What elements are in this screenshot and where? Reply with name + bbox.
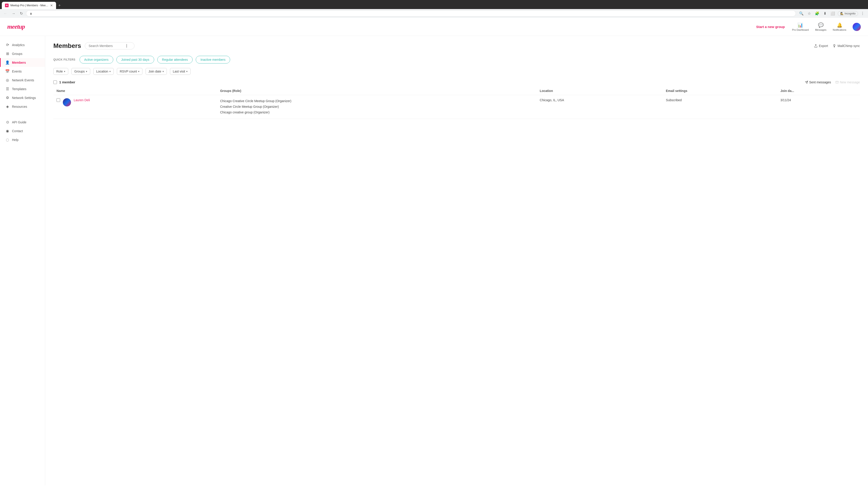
member-checkbox[interactable]	[57, 98, 60, 102]
send-icon	[805, 80, 808, 84]
network-events-icon: ◎	[5, 78, 10, 82]
member-count: 1 member	[53, 80, 805, 84]
tab-title: Meetup Pro | Members - Meetu...	[10, 4, 49, 7]
export-button[interactable]: Export	[814, 44, 828, 48]
new-message-button[interactable]: New message	[835, 80, 860, 84]
col-filter-location-label: Location	[96, 70, 108, 73]
col-filter-last-visit-label: Last visit	[173, 70, 185, 73]
col-filter-role-arrow: ▾	[64, 70, 65, 73]
extensions-button[interactable]: 🧩	[813, 10, 821, 17]
reload-button[interactable]: ↻	[19, 10, 24, 17]
sidebar-item-help-label: Help	[12, 138, 19, 142]
col-filter-role[interactable]: Role ▾	[53, 68, 68, 75]
events-icon: 📅	[5, 69, 10, 73]
bookmark-button[interactable]: ☆	[806, 10, 812, 17]
col-filter-location[interactable]: Location ▾	[93, 68, 114, 75]
sidebar-item-groups[interactable]: ⊞ Groups	[0, 49, 45, 58]
sidebar-item-api-guide-label: API Guide	[12, 121, 26, 124]
sidebar-item-resources[interactable]: ◈ Resources	[0, 102, 45, 111]
messages-label: Messages	[815, 29, 827, 31]
nav-pro-dashboard[interactable]: 📊 Pro Dashboard	[792, 22, 809, 31]
url-input[interactable]: meetup.com/pro/moodjoy/admin/members	[34, 12, 793, 15]
download-button[interactable]: ⬇	[822, 10, 828, 17]
filter-regular-attendees[interactable]: Regular attendees	[157, 56, 193, 64]
svg-point-4	[834, 44, 835, 46]
notifications-icon: 🔔	[837, 22, 842, 28]
quick-filters-label: QUICK FILTERS	[53, 58, 75, 61]
sent-messages-button[interactable]: Sent messages	[805, 80, 831, 84]
col-filter-join-date[interactable]: Join date ▾	[146, 68, 167, 75]
sidebar-item-events[interactable]: 📅 Events	[0, 67, 45, 76]
sidebar-item-contact[interactable]: ◉ Contact	[0, 127, 45, 135]
browser-chrome: M Meetup Pro | Members - Meetu... ✕ + ← …	[0, 0, 868, 18]
nav-messages[interactable]: 💬 Messages	[815, 22, 827, 31]
sidebar-item-help[interactable]: ◌ Help	[0, 135, 45, 144]
sent-messages-label: Sent messages	[809, 80, 831, 84]
main-panel: Members Export MailChimp sync	[45, 36, 868, 486]
page-actions: Export MailChimp sync	[814, 44, 860, 48]
notifications-label: Notifications	[833, 29, 846, 31]
sidebar-item-network-events[interactable]: ◎ Network Events	[0, 76, 45, 85]
page: meetup Start a new group 📊 Pro Dashboard…	[0, 18, 868, 486]
select-all-checkbox[interactable]	[53, 80, 57, 84]
search-box[interactable]	[85, 42, 134, 50]
api-guide-icon: ⊙	[5, 120, 10, 124]
mailchimp-icon	[833, 44, 836, 48]
col-filter-role-label: Role	[56, 70, 63, 73]
sidebar-item-contact-label: Contact	[12, 129, 23, 133]
tab-close-button[interactable]: ✕	[50, 4, 53, 7]
nav-notifications[interactable]: 🔔 Notifications	[833, 22, 846, 31]
sidebar-item-templates[interactable]: ☰ Templates	[0, 85, 45, 93]
browser-tab-active[interactable]: M Meetup Pro | Members - Meetu... ✕	[2, 2, 56, 9]
meetup-logo[interactable]: meetup	[7, 22, 32, 32]
filter-inactive-members[interactable]: Inactive members	[196, 56, 230, 64]
col-header-join-date: Join da...	[777, 87, 860, 95]
browser-tabs: M Meetup Pro | Members - Meetu... ✕ +	[0, 0, 868, 9]
member-join-date-cell: 3/11/24	[777, 95, 860, 119]
col-header-email-settings: Email settings	[663, 87, 777, 95]
user-avatar[interactable]	[852, 23, 861, 31]
templates-icon: ☰	[5, 87, 10, 91]
col-filter-rsvp-label: RSVP count	[120, 70, 137, 73]
table-header: Name Groups (Role) Location Email settin…	[53, 87, 860, 95]
site-header: meetup Start a new group 📊 Pro Dashboard…	[0, 18, 868, 36]
sidebar-item-network-settings-label: Network Settings	[12, 96, 36, 100]
member-location-cell: Chicago, IL, USA	[537, 95, 663, 119]
back-button[interactable]: ←	[2, 11, 8, 17]
sidebar: ⟳ Analytics ⊞ Groups 👤 Members 📅 Events …	[0, 36, 45, 486]
forward-button[interactable]: →	[10, 11, 17, 17]
members-toolbar: 1 member Sent messages New message	[53, 80, 860, 84]
search-input[interactable]	[89, 44, 125, 48]
devices-button[interactable]: ⬜	[829, 10, 836, 17]
filter-active-organizers[interactable]: Active organizers	[80, 56, 113, 64]
sidebar-item-analytics[interactable]: ⟳ Analytics	[0, 40, 45, 49]
address-bar[interactable]: meetup.com/pro/moodjoy/admin/members	[26, 10, 796, 17]
start-group-link[interactable]: Start a new group	[756, 25, 785, 29]
col-filter-last-visit[interactable]: Last visit ▾	[170, 68, 191, 75]
content-area: ⟳ Analytics ⊞ Groups 👤 Members 📅 Events …	[0, 36, 868, 486]
col-header-groups-role: Groups (Role)	[217, 87, 537, 95]
mailchimp-button[interactable]: MailChimp sync	[833, 44, 860, 48]
sidebar-item-members[interactable]: 👤 Members	[0, 58, 45, 67]
analytics-icon: ⟳	[5, 43, 10, 47]
sidebar-item-analytics-label: Analytics	[12, 43, 25, 47]
col-filter-rsvp-count[interactable]: RSVP count ▾	[117, 68, 143, 75]
menu-button[interactable]: ⋮	[860, 10, 866, 17]
page-title: Members	[53, 42, 81, 50]
lock-icon	[29, 12, 33, 15]
pro-dashboard-label: Pro Dashboard	[792, 29, 809, 31]
sidebar-item-api-guide[interactable]: ⊙ API Guide	[0, 118, 45, 127]
col-header-name: Name	[53, 87, 217, 95]
search-button[interactable]: 🔍	[798, 10, 805, 17]
sidebar-item-resources-label: Resources	[12, 105, 27, 108]
new-tab-button[interactable]: +	[56, 2, 63, 9]
member-name-link[interactable]: Lauren Deli	[74, 98, 90, 102]
member-groups-cell: Chicago Creative Circle Meetup Group (Or…	[217, 95, 537, 119]
col-filter-groups[interactable]: Groups ▾	[71, 68, 90, 75]
page-header: Members Export MailChimp sync	[53, 42, 860, 50]
col-header-location: Location	[537, 87, 663, 95]
sidebar-item-network-settings[interactable]: ⚙ Network Settings	[0, 93, 45, 102]
col-filter-groups-arrow: ▾	[86, 70, 87, 73]
groups-icon: ⊞	[5, 52, 10, 56]
filter-joined-past-30[interactable]: Joined past 30 days	[116, 56, 154, 64]
